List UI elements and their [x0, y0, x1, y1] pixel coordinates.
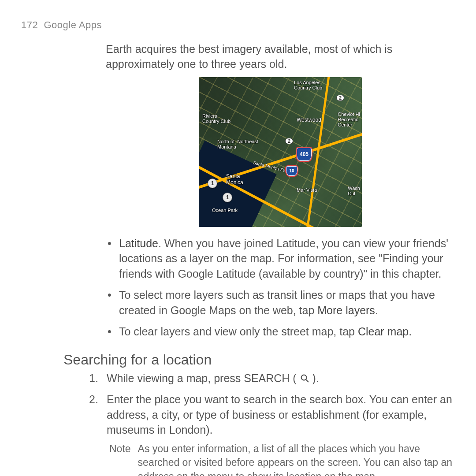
satellite-map-image: Los Angeles Country Club Westwood Chevio…	[199, 77, 362, 227]
step-text: Enter the place you want to search in th…	[107, 393, 452, 436]
list-item-text: To clear layers and view only the street…	[119, 325, 358, 338]
section-heading: Searching for a location	[63, 352, 455, 368]
step-text: ).	[309, 372, 319, 384]
note-body: As you enter information, a list of all …	[138, 442, 455, 476]
page-root: 172 Google Apps Earth acquires the best …	[0, 0, 476, 476]
note-label: Note	[109, 442, 131, 476]
list-item-text: To select more layers such as transit li…	[119, 289, 435, 316]
note-block: Note As you enter information, a list of…	[109, 442, 455, 476]
chapter-title: Google Apps	[44, 19, 101, 30]
map-label-cheviot: Cheviot Hi Recreatio Center	[338, 112, 360, 127]
page-number: 172	[21, 19, 38, 30]
map-label-santa-monica: Santa Monica	[226, 173, 243, 186]
list-item-text: . When you have joined Latitude, you can…	[119, 237, 448, 280]
map-label-riviera: Riviera Country Club	[202, 113, 231, 124]
list-item-text: .	[375, 304, 378, 316]
list-item-text: .	[409, 325, 412, 338]
list-item: Latitude. When you have joined Latitude,…	[106, 236, 455, 282]
more-layers-term: More layers	[317, 304, 375, 316]
step-text: While viewing a map, press SEARCH (	[107, 372, 300, 384]
map-figure: Los Angeles Country Club Westwood Chevio…	[106, 77, 455, 227]
running-head: 172 Google Apps	[21, 19, 455, 31]
numbered-steps: While viewing a map, press SEARCH ( ). E…	[87, 371, 455, 476]
list-item: To clear layers and view only the street…	[106, 324, 455, 339]
interstate-shield-icon: 10	[285, 165, 298, 177]
clear-map-term: Clear map	[358, 325, 409, 338]
map-badge: 2	[336, 95, 344, 101]
intro-paragraph: Earth acquires the best imagery availabl…	[106, 42, 455, 72]
map-pin-icon: 1	[223, 193, 232, 202]
step-item: Enter the place you want to search in th…	[107, 392, 455, 476]
list-item: To select more layers such as transit li…	[106, 287, 455, 318]
map-label-westwood: Westwood	[297, 117, 321, 123]
bulleted-list: Latitude. When you have joined Latitude,…	[106, 236, 455, 339]
svg-line-1	[306, 379, 308, 382]
map-badge: 2	[285, 138, 293, 144]
map-label-wash-cul: Wash Cul	[348, 186, 360, 196]
map-label-north-montana: North of Northeast Montana	[217, 139, 258, 149]
latitude-term: Latitude	[119, 237, 158, 249]
interstate-shield-icon: 405	[296, 147, 312, 162]
search-icon	[300, 372, 309, 387]
map-pin-icon: 1	[208, 178, 217, 188]
map-label-ocean-park: Ocean Park	[212, 208, 238, 213]
step-item: While viewing a map, press SEARCH ( ).	[107, 371, 455, 387]
map-label-mar-vista: Mar Vista	[297, 187, 317, 193]
map-label-la-country-club: Los Angeles Country Club	[294, 80, 322, 90]
